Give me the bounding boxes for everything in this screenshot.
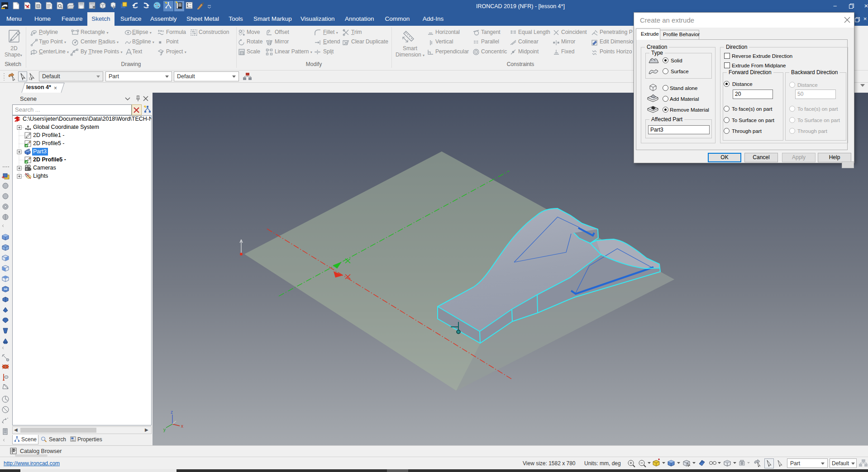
svg-text:y: y	[163, 427, 166, 432]
svg-text:z: z	[171, 410, 173, 415]
svg-text:x: x	[181, 424, 183, 429]
